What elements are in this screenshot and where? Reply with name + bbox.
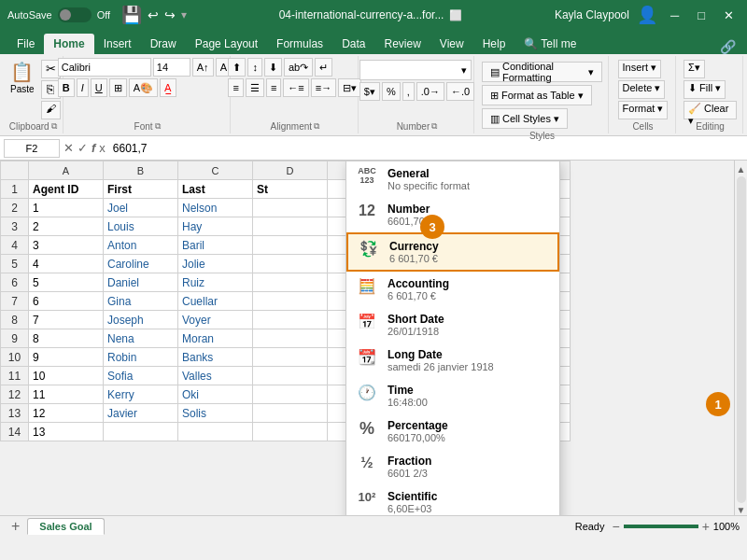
tab-draw[interactable]: Draw — [141, 34, 186, 54]
cell-reference-box[interactable] — [4, 139, 60, 158]
cell-c6[interactable]: Ruiz — [178, 273, 253, 292]
close-button[interactable]: ✕ — [718, 7, 740, 24]
font-size-increase[interactable]: A↑ — [192, 58, 214, 77]
wrap-text-button[interactable]: ↵ — [315, 58, 332, 77]
cell-d4[interactable] — [253, 236, 328, 255]
customize-icon[interactable]: ▾ — [181, 8, 187, 21]
cell-b12[interactable]: Kerry — [104, 385, 178, 404]
share-icon[interactable]: 🔗 — [720, 39, 736, 54]
cell-d5[interactable] — [253, 255, 328, 273]
percent-button[interactable]: % — [382, 82, 401, 101]
cell-a4[interactable]: 3 — [29, 236, 104, 255]
font-size-input[interactable] — [153, 58, 190, 77]
save-icon[interactable]: 💾 — [121, 5, 142, 25]
format-item-percentage[interactable]: % Percentage 660170,00% — [346, 413, 559, 449]
cell-a11[interactable]: 10 — [29, 367, 104, 385]
border-button[interactable]: ⊞ — [109, 78, 127, 97]
cell-d7[interactable] — [253, 292, 328, 311]
col-header-c[interactable]: C — [178, 161, 253, 180]
tab-data[interactable]: Data — [332, 34, 374, 54]
cell-a14[interactable]: 13 — [29, 423, 104, 441]
clear-button[interactable]: 🧹 Clear ▾ — [684, 101, 737, 119]
expand-title-icon[interactable]: ⬜ — [449, 9, 462, 21]
cell-c2[interactable]: Nelson — [178, 199, 253, 217]
cell-a9[interactable]: 8 — [29, 329, 104, 348]
cell-b11[interactable]: Sofia — [104, 367, 178, 385]
col-header-b[interactable]: B — [104, 161, 178, 180]
zoom-slider[interactable] — [624, 525, 698, 528]
cell-c3[interactable]: Hay — [178, 217, 253, 236]
insert-button[interactable]: Insert ▾ — [618, 60, 662, 78]
format-item-time[interactable]: 🕐 Time 16:48:00 — [346, 378, 559, 413]
clipboard-expand-icon[interactable]: ⧉ — [51, 121, 57, 132]
format-button[interactable]: Format ▾ — [618, 101, 669, 119]
tab-review[interactable]: Review — [374, 34, 430, 54]
undo-icon[interactable]: ↩ — [148, 7, 159, 22]
tab-home[interactable]: Home — [44, 34, 93, 54]
format-item-fraction[interactable]: ½ Fraction 6601 2/3 — [346, 449, 559, 484]
vertical-scrollbar[interactable]: ▲ ▼ — [734, 161, 747, 515]
font-expand-icon[interactable]: ⧉ — [155, 121, 161, 132]
align-middle-button[interactable]: ↕ — [247, 58, 262, 77]
decimal-decrease-button[interactable]: ←.0 — [446, 82, 474, 101]
format-item-accounting[interactable]: 🧮 Accounting 6 601,70 € — [346, 272, 559, 307]
italic-button[interactable]: I — [77, 78, 89, 97]
paste-button[interactable]: 📋 Paste — [6, 58, 39, 97]
cell-c12[interactable]: Oki — [178, 385, 253, 404]
formula-cancel-icon[interactable]: ✕ — [63, 141, 74, 155]
cell-a3[interactable]: 2 — [29, 217, 104, 236]
scroll-up-arrow[interactable]: ▲ — [737, 164, 746, 175]
number-expand-icon[interactable]: ⧉ — [431, 121, 437, 132]
cell-c7[interactable]: Cuellar — [178, 292, 253, 311]
cell-d6[interactable] — [253, 273, 328, 292]
autosave-toggle[interactable] — [58, 7, 92, 22]
zoom-in-button[interactable]: + — [702, 519, 710, 534]
cell-d1[interactable]: St — [253, 180, 328, 199]
format-item-long-date[interactable]: 📆 Long Date samedi 26 janvier 1918 — [346, 343, 559, 378]
cell-a1[interactable]: Agent ID — [29, 180, 104, 199]
align-right-button[interactable]: ≡ — [266, 78, 281, 97]
format-item-number[interactable]: 12 Number 6601,70 — [346, 197, 559, 232]
delete-button[interactable]: Delete ▾ — [618, 80, 666, 99]
tab-tell-me[interactable]: 🔍 Tell me — [514, 34, 585, 54]
font-color-button[interactable]: A̲ — [160, 78, 176, 97]
fill-color-button[interactable]: A🎨 — [129, 78, 158, 97]
format-item-currency[interactable]: 💱 Currency 6 601,70 € — [346, 232, 559, 272]
col-header-d[interactable]: D — [253, 161, 328, 180]
add-sheet-button[interactable]: + — [7, 518, 23, 535]
cell-c10[interactable]: Banks — [178, 348, 253, 367]
scroll-thumb[interactable] — [737, 176, 746, 503]
align-top-button[interactable]: ⬆ — [228, 58, 246, 77]
cell-d9[interactable] — [253, 329, 328, 348]
cell-b7[interactable]: Gina — [104, 292, 178, 311]
cell-d14[interactable] — [253, 423, 328, 441]
cell-c1[interactable]: Last — [178, 180, 253, 199]
alignment-expand-icon[interactable]: ⧉ — [314, 121, 319, 132]
underline-button[interactable]: U — [91, 78, 107, 97]
cell-b1[interactable]: First — [104, 180, 178, 199]
comma-button[interactable]: , — [402, 82, 415, 101]
cell-d10[interactable] — [253, 348, 328, 367]
cell-b6[interactable]: Daniel — [104, 273, 178, 292]
cell-c9[interactable]: Moran — [178, 329, 253, 348]
tab-formulas[interactable]: Formulas — [267, 34, 332, 54]
format-item-scientific[interactable]: 10² Scientific 6,60E+03 — [346, 484, 559, 515]
cell-c11[interactable]: Valles — [178, 367, 253, 385]
cell-a10[interactable]: 9 — [29, 348, 104, 367]
cell-c8[interactable]: Voyer — [178, 311, 253, 329]
formula-input[interactable] — [109, 141, 743, 156]
cell-b13[interactable]: Javier — [104, 404, 178, 423]
zoom-out-button[interactable]: − — [612, 519, 619, 534]
accounting-format-button[interactable]: $▾ — [359, 82, 380, 101]
fill-button[interactable]: ⬇ Fill ▾ — [684, 80, 726, 99]
formula-insert-icon[interactable]: f — [92, 141, 95, 155]
cell-d13[interactable] — [253, 404, 328, 423]
tab-file[interactable]: File — [7, 34, 44, 54]
conditional-formatting-button[interactable]: ▤ Conditional Formatting ▾ — [482, 62, 602, 82]
cell-b3[interactable]: Louis — [104, 217, 178, 236]
tab-help[interactable]: Help — [473, 34, 515, 54]
sheet-tab-sales-goal[interactable]: Sales Goal — [27, 518, 104, 535]
autosum-button[interactable]: Σ▾ — [684, 60, 705, 78]
cell-c4[interactable]: Baril — [178, 236, 253, 255]
cell-c5[interactable]: Jolie — [178, 255, 253, 273]
